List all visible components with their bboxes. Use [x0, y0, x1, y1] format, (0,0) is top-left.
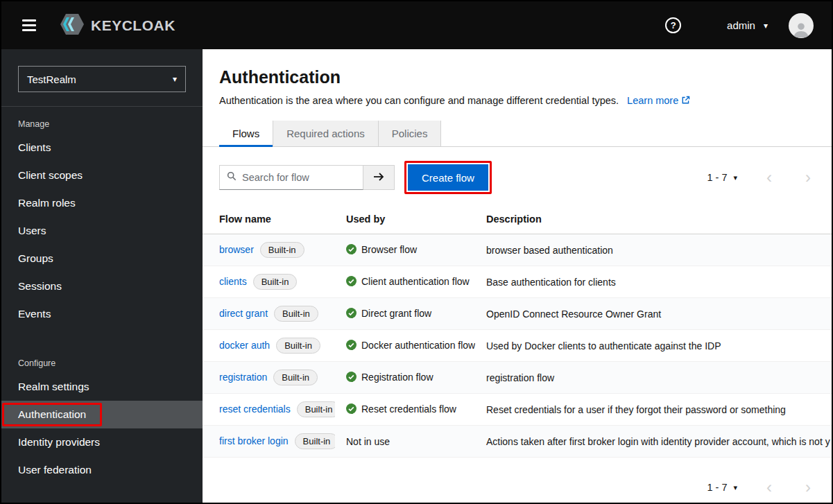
check-circle-icon [346, 309, 357, 320]
page-description: Authentication is the area where you can… [219, 95, 619, 106]
used-by-text: Docker authentication flow [361, 340, 475, 351]
used-by-text: Browser flow [361, 244, 417, 255]
flow-link[interactable]: clients [219, 276, 247, 287]
flow-description: Base authentication for clients [475, 266, 832, 298]
brand-name: KEYCLOAK [91, 17, 175, 34]
table-row-browser: browserBuilt-in Browser flow browser bas… [203, 234, 832, 266]
sidebar-item-authentication[interactable]: Authentication [1, 401, 203, 428]
sidebar-item-label: Users [18, 225, 46, 236]
search-icon [227, 171, 237, 184]
learn-more-link[interactable]: Learn more [627, 95, 690, 106]
annotation-box-create-flow: Create flow [404, 161, 492, 194]
chevron-right-icon[interactable]: › [801, 169, 815, 186]
nav-section-configure: Configure Realm settings Authentication … [1, 346, 203, 484]
table-header-row: Flow name Used by Description [203, 205, 832, 234]
tab-required-actions[interactable]: Required actions [273, 121, 378, 146]
flow-link[interactable]: registration [219, 372, 267, 383]
flow-description: Used by Docker clients to authenticate a… [475, 330, 832, 362]
create-flow-button[interactable]: Create flow [408, 164, 488, 191]
avatar[interactable] [789, 13, 814, 38]
flows-table-wrap: Flow name Used by Description browserBui… [203, 205, 832, 458]
sidebar-item-realm-roles[interactable]: Realm roles [1, 189, 203, 217]
arrow-right-icon [373, 172, 384, 184]
app-body: TestRealm ▾ Manage Clients Client scopes… [1, 49, 832, 503]
flow-description: browser based authentication [475, 234, 832, 266]
page-header: Authentication Authentication is the are… [203, 49, 832, 121]
pagination-range: 1 - 7 [707, 172, 727, 183]
table-row-direct-grant: direct grantBuilt-in Direct grant flow O… [203, 298, 832, 330]
tab-bar: Flows Required actions Policies [203, 121, 832, 147]
sidebar-item-sessions[interactable]: Sessions [1, 272, 203, 300]
sidebar-item-realm-settings[interactable]: Realm settings [1, 373, 203, 401]
flow-link[interactable]: direct grant [219, 308, 268, 319]
table-row-registration: registrationBuilt-in Registration flow r… [203, 362, 832, 394]
sidebar-item-label: Events [18, 308, 51, 320]
chevron-right-icon[interactable]: › [801, 479, 815, 496]
sidebar-item-label: Identity providers [18, 436, 100, 448]
sidebar: TestRealm ▾ Manage Clients Client scopes… [1, 49, 203, 503]
built-in-badge: Built-in [253, 274, 298, 290]
sidebar-item-label: User federation [18, 464, 92, 476]
sidebar-item-label: Clients [18, 141, 51, 153]
sidebar-item-label: Sessions [18, 280, 62, 292]
pagination-bottom-wrap: 1 - 7 ▾ ‹ › [203, 469, 832, 503]
flow-link[interactable]: docker auth [219, 340, 270, 351]
check-circle-icon [346, 245, 357, 257]
chevron-left-icon[interactable]: ‹ [762, 479, 776, 496]
flow-description: OpenID Connect Resource Owner Grant [475, 298, 832, 330]
search-submit-button[interactable] [363, 165, 395, 190]
sidebar-item-events[interactable]: Events [1, 300, 203, 328]
chevron-left-icon[interactable]: ‹ [762, 169, 776, 186]
masthead-actions: ? admin ▾ [665, 13, 814, 38]
sidebar-item-users[interactable]: Users [1, 217, 203, 245]
sidebar-item-user-federation[interactable]: User federation [1, 456, 203, 484]
help-icon[interactable]: ? [665, 17, 681, 33]
realm-selector-wrap: TestRealm ▾ [1, 49, 203, 107]
sidebar-item-label: Realm settings [18, 381, 89, 392]
table-row-clients: clientsBuilt-in Client authentication fl… [203, 266, 832, 298]
used-by-text: Client authentication flow [361, 276, 470, 287]
check-circle-icon [346, 277, 357, 288]
built-in-badge: Built-in [273, 370, 318, 385]
pagination-dropdown[interactable]: 1 - 7 ▾ [707, 482, 737, 493]
column-header-description: Description [475, 205, 832, 234]
pagination-dropdown[interactable]: 1 - 7 ▾ [707, 172, 737, 183]
realm-selector[interactable]: TestRealm ▾ [18, 66, 186, 92]
user-menu[interactable]: admin ▾ [727, 19, 768, 31]
sidebar-item-label: Authentication [18, 408, 86, 420]
chevron-down-icon: ▾ [764, 21, 768, 31]
table-row-reset-credentials: reset credentialsBuilt-in Reset credenti… [203, 394, 832, 426]
used-by-text: Reset credentials flow [361, 403, 456, 415]
tab-policies[interactable]: Policies [378, 121, 442, 146]
used-by-text: Not in use [346, 436, 390, 447]
flows-table: Flow name Used by Description browserBui… [203, 205, 832, 458]
sidebar-item-identity-providers[interactable]: Identity providers [1, 428, 203, 456]
sidebar-item-label: Realm roles [18, 197, 76, 209]
sidebar-item-label: Groups [18, 252, 53, 264]
pagination-range: 1 - 7 [707, 482, 727, 493]
sidebar-item-clients[interactable]: Clients [1, 134, 203, 162]
check-circle-icon [346, 405, 357, 416]
flow-link[interactable]: reset credentials [219, 403, 291, 415]
built-in-badge: Built-in [274, 306, 318, 322]
flow-link[interactable]: first broker login [219, 435, 289, 446]
sidebar-item-groups[interactable]: Groups [1, 245, 203, 272]
toolbar: Create flow 1 - 7 ▾ ‹ › [203, 147, 832, 205]
check-circle-icon [346, 373, 357, 384]
learn-more-label: Learn more [627, 95, 678, 106]
tab-flows[interactable]: Flows [219, 121, 273, 146]
column-header-flow-name: Flow name [203, 205, 335, 234]
page-description-row: Authentication is the area where you can… [219, 95, 815, 107]
nav-toggle-icon[interactable] [19, 15, 39, 35]
built-in-badge: Built-in [295, 433, 335, 449]
table-row-first-broker-login: first broker loginBuilt-in Not in use Ac… [203, 426, 832, 458]
search-input[interactable] [242, 172, 356, 183]
used-by-text: Direct grant flow [361, 308, 431, 319]
sidebar-item-client-scopes[interactable]: Client scopes [1, 162, 203, 189]
external-link-icon [681, 96, 690, 107]
flow-link[interactable]: browser [219, 244, 254, 255]
chevron-down-icon: ▾ [733, 483, 737, 492]
pagination-top: 1 - 7 ▾ ‹ › [707, 169, 815, 186]
sidebar-item-label: Client scopes [18, 169, 83, 181]
masthead: KEYCLOAK ? admin ▾ [1, 1, 832, 49]
